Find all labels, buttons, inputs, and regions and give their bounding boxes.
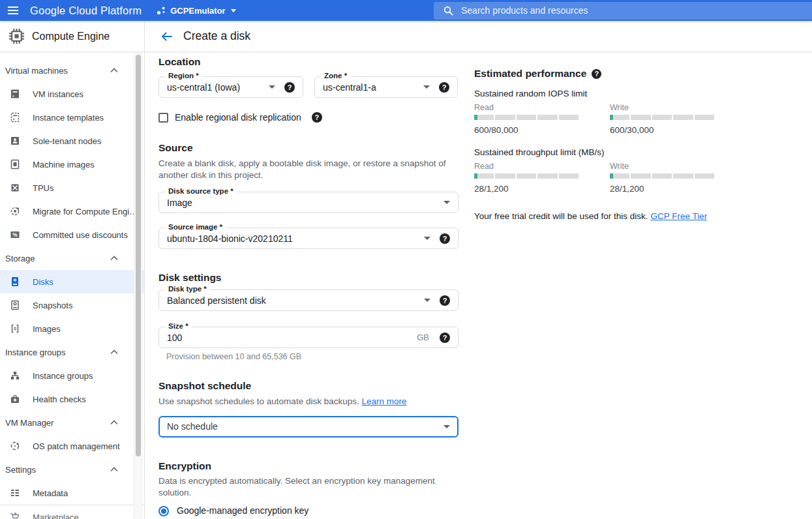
field-label: Source image * xyxy=(165,223,226,231)
project-selector[interactable]: GCPEmulator xyxy=(156,5,236,16)
sidebar-section-storage[interactable]: Storage xyxy=(0,246,144,270)
sidebar-item-instance-groups[interactable]: Instance groups xyxy=(0,364,144,387)
sidebar-item-images[interactable]: Images xyxy=(0,317,144,340)
field-label: Disk source type * xyxy=(165,187,237,195)
field-value: No schedule xyxy=(167,421,218,432)
page-title: Create a disk xyxy=(183,29,250,43)
discounts-icon: % xyxy=(9,229,21,241)
help-icon[interactable]: ? xyxy=(440,333,450,343)
topbar: Google Cloud Platform GCPEmulator xyxy=(0,0,812,21)
throughput-write-label: Write xyxy=(610,162,745,171)
iops-read-bar xyxy=(474,115,579,120)
sidebar-item-metadata[interactable]: Metadata xyxy=(0,481,144,505)
migrate-icon xyxy=(9,205,21,217)
images-icon xyxy=(9,323,21,334)
sidebar-item-health-checks[interactable]: Health checks xyxy=(0,387,144,411)
back-button[interactable] xyxy=(160,31,173,42)
sidebar-item-machine-images[interactable]: Machine images xyxy=(0,153,144,176)
disk-source-type-select[interactable]: Disk source type * Image xyxy=(158,192,459,213)
instance-templates-icon xyxy=(9,111,21,123)
encryption-description: Data is encrypted automatically. Select … xyxy=(158,475,459,499)
project-icon xyxy=(156,5,166,16)
nav-item-label: Migrate for Compute Engi… xyxy=(33,207,138,216)
regional-replication-checkbox[interactable]: Enable regional disk replication ? xyxy=(158,112,459,123)
radio-selected-icon xyxy=(158,506,169,516)
sidebar-section-vm-manager[interactable]: VM Manager xyxy=(0,411,144,434)
snapshot-schedule-select[interactable]: No schedule xyxy=(158,416,459,437)
source-description: Create a blank disk, apply a bootable di… xyxy=(158,158,459,181)
field-value: 100 xyxy=(167,333,182,343)
iops-write-label: Write xyxy=(610,103,745,112)
sidebar-section-settings[interactable]: Settings xyxy=(0,458,144,481)
nav-item-label: Machine images xyxy=(33,160,95,170)
region-select[interactable]: Region * us-central1 (Iowa) ? xyxy=(158,76,303,98)
checkbox-label: Enable regional disk replication xyxy=(175,112,301,123)
help-icon[interactable]: ? xyxy=(312,112,322,123)
throughput-read-bar xyxy=(474,173,579,179)
throughput-read-value: 28/1,200 xyxy=(474,184,610,194)
sidebar-item-marketplace[interactable]: Marketplace xyxy=(0,505,144,519)
sidebar-item-snapshots[interactable]: Snapshots xyxy=(0,293,144,317)
sidebar-scrollbar-track xyxy=(134,52,142,519)
learn-more-link[interactable]: Learn more xyxy=(361,396,406,406)
sidebar-section-instance-groups[interactable]: Instance groups xyxy=(0,340,144,364)
help-icon[interactable]: ? xyxy=(440,233,450,244)
main-content: Location Region * us-central1 (Iowa) ? Z… xyxy=(145,52,812,519)
sidebar-item-sole-tenant-nodes[interactable]: Sole-tenant nodes xyxy=(0,129,144,153)
section-label: Instance groups xyxy=(5,348,110,357)
chevron-up-icon xyxy=(110,68,118,73)
menu-icon[interactable] xyxy=(0,0,26,21)
disk-type-select[interactable]: Disk type * Balanced persistent disk ? xyxy=(158,289,459,311)
performance-heading: Estimated performance xyxy=(474,68,586,80)
sidebar-item-vm-instances[interactable]: VM instances xyxy=(0,82,144,106)
field-label: Disk type * xyxy=(165,285,210,293)
size-input[interactable]: Size * 100 GB ? xyxy=(158,327,459,348)
gcp-free-tier-link[interactable]: GCP Free Tier xyxy=(650,211,707,221)
field-value: Balanced persistent disk xyxy=(167,295,266,306)
field-label: Zone * xyxy=(321,72,350,80)
sidebar-item-instance-templates[interactable]: Instance templates xyxy=(0,106,144,129)
checkbox-icon xyxy=(158,113,168,123)
search-input[interactable] xyxy=(461,5,812,16)
sidebar-section-virtual-machines[interactable]: Virtual machines xyxy=(0,59,144,82)
throughput-write-bar xyxy=(610,173,714,179)
throughput-read-label: Read xyxy=(474,162,610,171)
snapshot-schedule-description: Use snapshot schedules to automate disk … xyxy=(158,396,459,408)
iops-read-label: Read xyxy=(474,103,610,112)
help-icon[interactable]: ? xyxy=(439,82,449,93)
size-helper-text: Provision between 10 and 65,536 GB xyxy=(158,352,459,361)
instance-groups-icon xyxy=(9,370,21,381)
nav-item-label: TPUs xyxy=(33,183,54,193)
sidebar-item-os-patch-management[interactable]: OS patch management xyxy=(0,434,144,458)
sidebar-item-disks[interactable]: Disks xyxy=(0,270,144,293)
section-label: VM Manager xyxy=(5,418,110,428)
sidebar-scrollbar-thumb[interactable] xyxy=(136,55,141,456)
field-label: Size * xyxy=(165,322,192,330)
source-image-select[interactable]: Source image * ubuntu-1804-bionic-v20210… xyxy=(158,228,459,249)
sidebar-item-migrate-for-compute-engine[interactable]: Migrate for Compute Engi… xyxy=(0,200,144,223)
section-label: Storage xyxy=(5,254,110,263)
gcp-logo[interactable]: Google Cloud Platform xyxy=(30,5,142,17)
snapshot-schedule-heading: Snapshot schedule xyxy=(158,380,459,392)
free-tier-text: Your free trial credit will be used for … xyxy=(474,211,648,221)
os-patch-icon xyxy=(9,440,21,452)
metadata-icon xyxy=(9,487,21,499)
zone-select[interactable]: Zone * us-central1-a ? xyxy=(314,76,458,98)
caret-down-icon xyxy=(444,201,450,204)
health-checks-icon xyxy=(9,393,21,405)
encryption-option-google-managed[interactable]: Google-managed encryption key No configu… xyxy=(158,505,459,519)
caret-down-icon xyxy=(424,299,430,302)
help-icon[interactable]: ? xyxy=(284,82,295,93)
estimated-performance-panel: Estimated performance ? Sustained random… xyxy=(474,68,735,221)
help-icon[interactable]: ? xyxy=(592,69,601,79)
help-icon[interactable]: ? xyxy=(440,295,450,306)
search-bar[interactable] xyxy=(434,2,812,20)
sidebar-item-committed-use-discounts[interactable]: % Committed use discounts xyxy=(0,223,144,246)
nav-item-label: Committed use discounts xyxy=(33,230,128,240)
svg-text:%: % xyxy=(12,231,18,238)
product-header[interactable]: Compute Engine xyxy=(0,21,145,52)
caret-down-icon xyxy=(424,237,430,240)
sidebar-item-tpus[interactable]: TPUs xyxy=(0,176,144,200)
nav-item-label: Instance groups xyxy=(33,371,93,381)
tpu-icon xyxy=(9,182,21,194)
